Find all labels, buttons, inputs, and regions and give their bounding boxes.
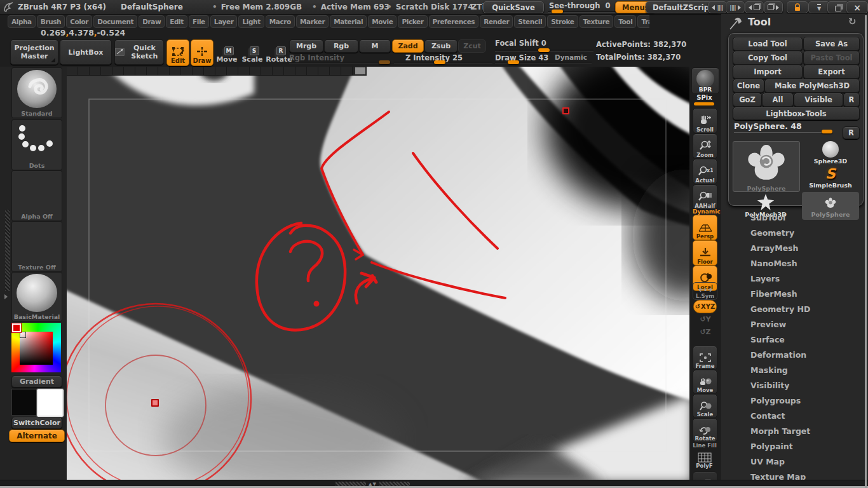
- scale-mode-button[interactable]: S Scale: [240, 41, 264, 64]
- scale-3d-button[interactable]: Scale: [693, 394, 717, 418]
- actual-size-button[interactable]: x1 Actual: [693, 159, 717, 184]
- color-picker[interactable]: [11, 323, 61, 372]
- z-intensity-slider-handle[interactable]: [434, 60, 445, 64]
- rgb-intensity-slider[interactable]: [289, 62, 390, 63]
- quicksave-button[interactable]: QuickSave: [483, 1, 544, 13]
- z-rotate-button[interactable]: ↺Z: [698, 328, 713, 336]
- clone-button[interactable]: Clone: [733, 79, 764, 93]
- menu-transform[interactable]: Transform: [637, 15, 649, 28]
- section-arraymesh[interactable]: ArrayMesh: [721, 241, 864, 256]
- current-alpha-off[interactable]: Alpha Off: [11, 170, 62, 221]
- mrgb-button[interactable]: Mrgb: [289, 39, 323, 53]
- menu-preferences[interactable]: Preferences: [429, 15, 479, 28]
- tray-divider-handle[interactable]: [5, 210, 10, 291]
- timeline-strip[interactable]: [67, 67, 367, 76]
- current-material[interactable]: BasicMaterial: [11, 272, 62, 322]
- paste-tool-button[interactable]: Paste Tool: [803, 51, 860, 65]
- menu-macro[interactable]: Macro: [266, 15, 295, 28]
- shade-window-icon[interactable]: ▼: [808, 1, 830, 13]
- zadd-button[interactable]: Zadd: [392, 39, 424, 53]
- tool-thumb-simplebrush[interactable]: S SimpleBrush: [802, 166, 859, 191]
- gradient-button[interactable]: Gradient: [11, 376, 62, 388]
- floor-button[interactable]: Floor: [693, 240, 717, 266]
- menu-picker[interactable]: Picker: [398, 15, 427, 28]
- rotate-3d-button[interactable]: Rotate: [693, 418, 717, 442]
- move-3d-button[interactable]: Move: [693, 370, 717, 394]
- draw-mode-button[interactable]: Draw: [191, 39, 214, 66]
- xyz-rotate-button[interactable]: ↺XYZ: [693, 300, 717, 313]
- menu-stroke[interactable]: Stroke: [547, 15, 578, 28]
- tablet-right-icon[interactable]: ||||: [726, 1, 745, 13]
- menu-material[interactable]: Material: [330, 15, 367, 28]
- draw-size-slider-handle[interactable]: [508, 60, 519, 64]
- menu-color[interactable]: Color: [66, 15, 92, 28]
- scroll-button[interactable]: Scroll: [693, 108, 717, 133]
- restore-window-icon[interactable]: [827, 1, 849, 13]
- section-polygroups[interactable]: Polygroups: [721, 393, 864, 409]
- menu-light[interactable]: Light: [238, 15, 264, 28]
- menu-tool[interactable]: Tool: [614, 15, 636, 28]
- menu-alpha[interactable]: Alpha: [8, 15, 36, 28]
- section-visibility[interactable]: Visibility: [721, 378, 864, 393]
- section-contact[interactable]: Contact: [721, 409, 864, 424]
- current-texture-off[interactable]: Texture Off: [11, 221, 62, 272]
- current-tool-thumbnail[interactable]: PolySphere: [733, 141, 800, 192]
- import-button[interactable]: Import: [733, 65, 803, 79]
- section-uv-map[interactable]: UV Map: [721, 454, 864, 470]
- alternate-button[interactable]: Alternate: [9, 430, 65, 442]
- projection-master-button[interactable]: Projection Master: [10, 39, 58, 65]
- section-geometry[interactable]: Geometry: [721, 226, 864, 241]
- timeline-current-marker[interactable]: [355, 67, 365, 74]
- rgb-button[interactable]: Rgb: [324, 39, 358, 53]
- tray-expand-icon[interactable]: [4, 294, 8, 299]
- menu-layer[interactable]: Layer: [210, 15, 238, 28]
- all-button[interactable]: All: [762, 93, 794, 107]
- menu-render[interactable]: Render: [480, 15, 513, 28]
- section-fibermesh[interactable]: FiberMesh: [721, 287, 864, 302]
- aahalf-button[interactable]: AAHalf: [693, 184, 717, 210]
- load-tool-button[interactable]: Load Tool: [733, 37, 803, 51]
- y-rotate-button[interactable]: ↺Y: [698, 315, 713, 323]
- visible-button[interactable]: Visible: [794, 93, 843, 107]
- rgb-intensity-slider-handle[interactable]: [379, 60, 390, 64]
- panel-reset-icon[interactable]: ↺: [848, 16, 857, 27]
- section-geometry-hd[interactable]: Geometry HD: [721, 302, 864, 317]
- primary-color-swatch[interactable]: [37, 389, 64, 417]
- section-preview[interactable]: Preview: [721, 317, 864, 332]
- lightbox-tools-button[interactable]: Lightbox▸Tools: [733, 107, 860, 120]
- section-deformation[interactable]: Deformation: [721, 348, 864, 363]
- menu-document[interactable]: Document: [93, 15, 137, 28]
- zcut-button[interactable]: Zcut: [458, 39, 486, 53]
- menu-movie[interactable]: Movie: [368, 15, 397, 28]
- menu-file[interactable]: File: [189, 15, 209, 28]
- panel-scrollbar[interactable]: [865, 15, 867, 488]
- switch-color-button[interactable]: SwitchColor: [11, 417, 62, 429]
- menu-stencil[interactable]: Stencil: [514, 15, 546, 28]
- goz-button[interactable]: GoZ: [733, 93, 762, 107]
- make-polymesh3d-button[interactable]: Make PolyMesh3D: [764, 79, 860, 93]
- polyframe-button[interactable]: PolyF: [693, 449, 716, 469]
- section-masking[interactable]: Masking: [721, 363, 864, 378]
- canvas-viewport[interactable]: [67, 67, 689, 480]
- color-sv-cursor[interactable]: [20, 332, 25, 337]
- tool-slider-r-button[interactable]: R: [843, 126, 860, 139]
- section-polypaint[interactable]: Polypaint: [721, 439, 864, 454]
- current-brush-standard[interactable]: Standard: [11, 67, 62, 118]
- lock-icon[interactable]: [787, 1, 808, 13]
- persp-button[interactable]: Persp: [693, 215, 717, 240]
- frame-button[interactable]: Frame: [693, 346, 717, 370]
- zsub-button[interactable]: Zsub: [424, 39, 458, 53]
- export-button[interactable]: Export: [803, 65, 860, 79]
- quick-sketch-button[interactable]: Quick Sketch: [114, 39, 164, 65]
- save-as-button[interactable]: Save As: [803, 37, 860, 51]
- zoom-button[interactable]: Zoom: [693, 133, 717, 159]
- tool-slider[interactable]: [734, 132, 822, 133]
- tablet-left-icon[interactable]: ||||: [708, 1, 727, 13]
- current-stroke-dots[interactable]: Dots: [11, 119, 62, 170]
- tool-slider-handle[interactable]: [822, 130, 832, 133]
- dock-left-icon[interactable]: [745, 1, 764, 13]
- edit-mode-button[interactable]: Edit: [166, 39, 189, 66]
- menu-brush[interactable]: Brush: [37, 15, 65, 28]
- menu-draw[interactable]: Draw: [139, 15, 165, 28]
- goz-r-button[interactable]: R: [843, 93, 860, 107]
